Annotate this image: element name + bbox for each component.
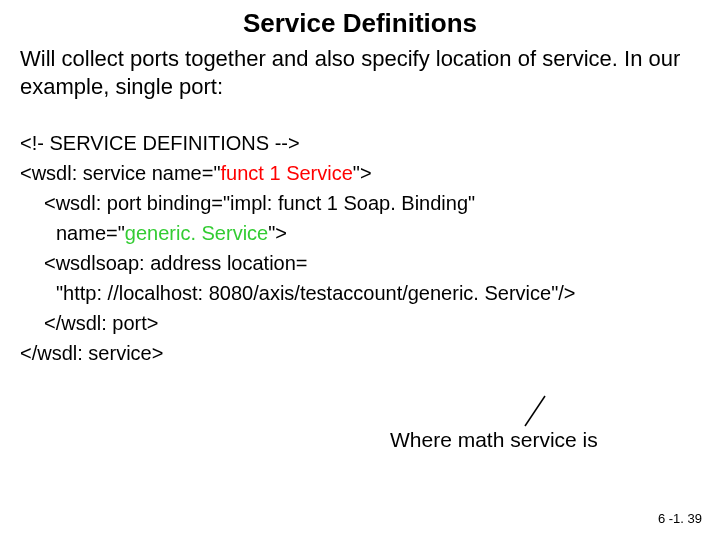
service-name-highlight: funct 1 Service (221, 162, 353, 184)
code-line: <!- SERVICE DEFINITIONS --> (20, 128, 700, 158)
svg-line-0 (525, 396, 545, 426)
code-line: "http: //localhost: 8080/axis/testaccoun… (20, 278, 700, 308)
port-name-highlight: generic. Service (125, 222, 268, 244)
slide-title: Service Definitions (20, 8, 700, 39)
code-block: <!- SERVICE DEFINITIONS --> <wsdl: servi… (20, 128, 700, 368)
annotation-text: Where math service is (390, 428, 598, 452)
code-line: name="generic. Service"> (20, 218, 700, 248)
code-line: <wsdl: port binding="impl: funct 1 Soap.… (20, 188, 700, 218)
page-number: 6 -1. 39 (658, 511, 702, 526)
arrow-icon (515, 392, 555, 432)
code-line: </wsdl: service> (20, 338, 700, 368)
code-line: </wsdl: port> (20, 308, 700, 338)
intro-paragraph: Will collect ports together and also spe… (20, 45, 700, 100)
code-line: <wsdlsoap: address location= (20, 248, 700, 278)
code-line: <wsdl: service name="funct 1 Service"> (20, 158, 700, 188)
